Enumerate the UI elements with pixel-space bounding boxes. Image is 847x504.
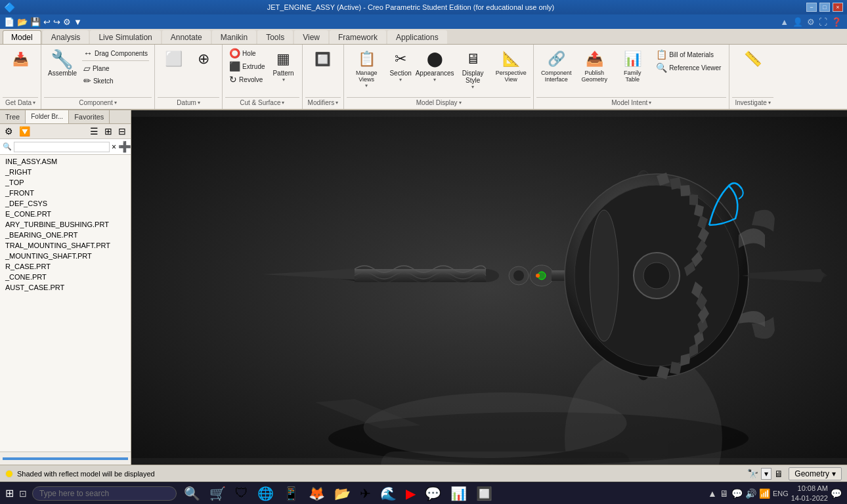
manage-views-btn[interactable]: 📋 Manage Views ▾ — [348, 47, 385, 90]
close-btn[interactable]: × — [833, 3, 843, 12]
tree-settings-icon[interactable]: ⚙ — [3, 125, 15, 137]
tree-expand-icon[interactable]: ⊞ — [102, 125, 114, 137]
tree-item[interactable]: AUST_CASE.PRT — [0, 282, 131, 293]
window-controls[interactable]: − □ × — [806, 3, 843, 12]
section-btn[interactable]: ✂ Section ▾ — [386, 47, 415, 84]
tree-item[interactable]: E_CONE.PRT — [0, 209, 131, 219]
taskbar-app-youtube[interactable]: ▶ — [404, 486, 418, 501]
perspective-btn[interactable]: 📐 Perspective View — [492, 47, 529, 84]
close2-icon[interactable]: ❓ — [831, 17, 842, 27]
user-icon[interactable]: 👤 — [793, 17, 803, 27]
pattern-dropdown[interactable]: ▾ — [282, 77, 285, 83]
taskbar-app-store[interactable]: 🛒 — [207, 486, 228, 501]
tab-applications[interactable]: Applications — [387, 30, 447, 44]
taskbar-app-phone[interactable]: 📱 — [281, 486, 301, 501]
start-btn[interactable]: ⊞ — [5, 487, 14, 499]
manage-views-dropdown[interactable]: ▾ — [365, 83, 368, 89]
viewport[interactable]: ⊙ 🔍 🔎 ⊡ ✋ ↺ ⬜ 🔳 💾 🔄 ✂ ⊞ 🔖 📏 ↶ ↷ — [131, 110, 847, 465]
model-display-dropdown[interactable]: ▾ — [459, 100, 462, 106]
tray-network-icon[interactable]: 📶 — [759, 488, 770, 499]
datum-point-btn[interactable]: ⬜ — [159, 47, 188, 71]
tree-item[interactable]: TRAL_MOUNTING_SHAFT.PRT — [0, 240, 131, 251]
tree-view-icon[interactable]: ☰ — [88, 125, 100, 137]
tab-framework[interactable]: Framework — [330, 30, 386, 44]
tab-view[interactable]: View — [294, 30, 328, 44]
dropdown-btn[interactable]: ▾ — [761, 468, 771, 480]
sidebar-tab-favorites[interactable]: Favorites — [69, 110, 110, 123]
minimize-btn[interactable]: − — [806, 3, 817, 12]
measure-btn[interactable]: 📏 — [739, 47, 768, 71]
tree-item[interactable]: _RIGHT — [0, 167, 131, 177]
modifier-btn1[interactable]: 🔲 — [309, 47, 337, 71]
reference-viewer-btn[interactable]: 🔍 Reference Viewer — [653, 62, 724, 74]
tray-volume-icon[interactable]: 🔊 — [745, 488, 756, 499]
appearances-dropdown[interactable]: ▾ — [433, 77, 436, 83]
tab-manikin[interactable]: Manikin — [212, 30, 256, 44]
save-icon[interactable]: 💾 — [30, 17, 41, 27]
hole-btn[interactable]: ⭕ Hole — [227, 47, 267, 59]
tab-annotate[interactable]: Annotate — [162, 30, 211, 44]
revolve-btn[interactable]: ↻ Revolve — [227, 74, 267, 85]
bill-of-materials-btn[interactable]: 📋 Bill of Materials — [653, 49, 724, 60]
search-add-icon[interactable]: ➕ — [118, 140, 131, 153]
search-input[interactable] — [14, 142, 110, 152]
display-style-dropdown[interactable]: ▾ — [471, 84, 474, 90]
tab-live-simulation[interactable]: Live Simulation — [90, 30, 160, 44]
notification-icon[interactable]: 💬 — [831, 488, 842, 499]
tray-monitor-icon[interactable]: 🖥 — [720, 488, 729, 499]
geometry-dropdown[interactable]: Geometry ▾ — [789, 467, 842, 480]
fullscreen-icon[interactable]: ⛶ — [819, 17, 827, 27]
undo-icon[interactable]: ↩ — [43, 17, 51, 27]
sidebar-tab-tree[interactable]: Tree — [0, 110, 26, 123]
drag-components-btn[interactable]: ↔ Drag Components — [81, 47, 150, 59]
family-table-btn[interactable]: 📊 Family Table — [614, 47, 651, 84]
new-icon[interactable]: 📄 — [4, 17, 14, 27]
taskbar-app-search[interactable]: 🔍 — [182, 486, 202, 501]
taskbar-search[interactable] — [32, 486, 177, 501]
taskbar-app-telegram[interactable]: ✈ — [358, 486, 373, 501]
appearances-btn[interactable]: ⬤ Appearances ▾ — [416, 47, 453, 84]
taskbar-app-chrome[interactable]: 🌐 — [255, 486, 276, 501]
taskbar-app-defender[interactable]: 🛡 — [233, 486, 250, 501]
datum-axis-btn[interactable]: ⊕ — [189, 47, 218, 71]
settings-icon[interactable]: ⚙ — [63, 17, 71, 27]
get-data-btn[interactable]: 📥 — [6, 47, 35, 71]
maximize-btn[interactable]: □ — [819, 3, 830, 12]
section-dropdown[interactable]: ▾ — [399, 77, 402, 83]
publish-geometry-btn[interactable]: 📤 Publish Geometry — [576, 47, 613, 84]
binoculars-btn[interactable]: 🔭 — [747, 469, 758, 479]
tree-item[interactable]: _MOUNTING_SHAFT.PRT — [0, 251, 131, 261]
assemble-btn[interactable]: 🔧 Assemble — [45, 47, 79, 78]
modifiers-dropdown[interactable]: ▾ — [336, 100, 338, 106]
investigate-dropdown[interactable]: ▾ — [768, 100, 771, 106]
datum-dropdown[interactable]: ▾ — [198, 100, 200, 106]
tree-item[interactable]: _CONE.PRT — [0, 272, 131, 282]
tray-chat-icon[interactable]: 💬 — [731, 488, 743, 499]
taskbar-app-edge[interactable]: 🌊 — [378, 486, 399, 501]
tray-up-arrow[interactable]: ▲ — [708, 488, 717, 499]
task-view-btn[interactable]: ⊡ — [19, 488, 27, 499]
pattern-btn[interactable]: ▦ Pattern ▾ — [269, 47, 298, 84]
taskbar-app-whatsapp[interactable]: 💬 — [423, 486, 443, 501]
qa-dropdown-icon[interactable]: ▼ — [74, 17, 82, 27]
tree-item[interactable]: _BEARING_ONE.PRT — [0, 230, 131, 240]
help-icon[interactable]: ▲ — [780, 17, 789, 27]
redo-icon[interactable]: ↪ — [53, 17, 60, 27]
component-dropdown[interactable]: ▾ — [114, 100, 117, 106]
tree-item[interactable]: R_CASE.PRT — [0, 261, 131, 272]
tree-filter-icon[interactable]: 🔽 — [17, 125, 32, 137]
tree-item[interactable]: INE_ASSY.ASM — [0, 156, 131, 167]
tree-collapse-icon[interactable]: ⊟ — [116, 125, 128, 137]
tree-item[interactable]: _TOP — [0, 177, 131, 188]
model-intent-dropdown[interactable]: ▾ — [649, 100, 651, 106]
cut-dropdown[interactable]: ▾ — [282, 100, 284, 106]
monitor-btn[interactable]: 🖥 — [774, 469, 783, 479]
sketch-btn[interactable]: ✏ Sketch — [81, 75, 150, 87]
sidebar-tab-folder[interactable]: Folder Br... — [26, 110, 69, 123]
tree-item[interactable]: _FRONT — [0, 188, 131, 198]
taskbar-app-powerpoint[interactable]: 📊 — [448, 486, 469, 501]
tab-model[interactable]: Model — [3, 30, 41, 44]
tab-tools[interactable]: Tools — [257, 30, 293, 44]
taskbar-app-firefox[interactable]: 🦊 — [307, 486, 327, 501]
taskbar-app-explorer[interactable]: 📂 — [332, 486, 353, 501]
